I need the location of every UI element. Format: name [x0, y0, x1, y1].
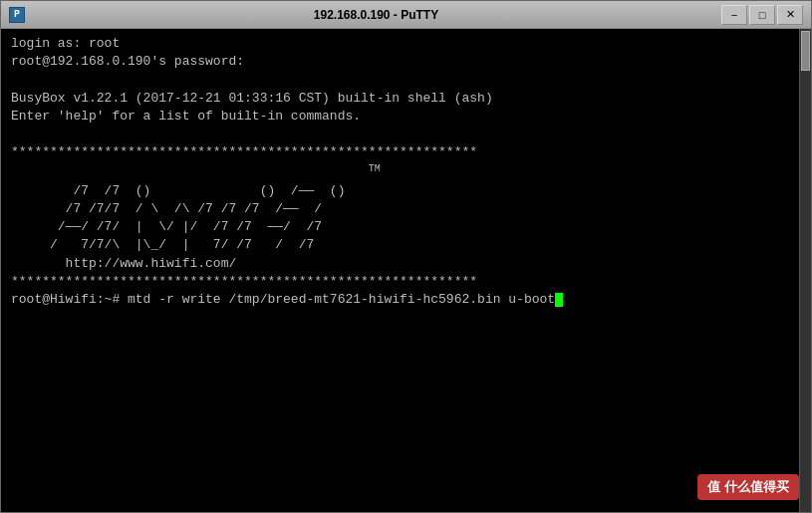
password-line: root@192.168.0.190's password:: [11, 54, 244, 69]
putty-window: P 192.168.0.190 - PuTTY − □ ✕ login as: …: [0, 0, 812, 513]
login-line: login as: root: [11, 36, 120, 51]
terminal-area[interactable]: login as: root root@192.168.0.190's pass…: [1, 29, 811, 512]
scrollbar[interactable]: [799, 29, 811, 512]
close-button[interactable]: ✕: [777, 5, 803, 25]
website-line: http://www.hiwifi.com/: [11, 256, 236, 271]
ascii-art-block: TM /7 /7 () () /—— () /7 /7/7 / \ /\ /7 …: [11, 165, 381, 253]
busybox-line: BusyBox v1.22.1 (2017-12-21 01:33:16 CST…: [11, 91, 493, 106]
stars-bottom: ****************************************…: [11, 274, 477, 289]
restore-button[interactable]: □: [749, 5, 775, 25]
window-controls: − □ ✕: [721, 5, 803, 25]
command-prompt: root@Hiwifi:~# mtd -r write /tmp/breed-m…: [11, 292, 563, 307]
window-title: 192.168.0.190 - PuTTY: [31, 8, 721, 22]
stars-top: ****************************************…: [11, 144, 477, 159]
scrollbar-thumb[interactable]: [801, 31, 810, 71]
minimize-button[interactable]: −: [721, 5, 747, 25]
titlebar: P 192.168.0.190 - PuTTY − □ ✕: [1, 1, 811, 29]
cursor-block: [555, 293, 563, 307]
watermark: 值 什么值得买: [697, 474, 799, 500]
help-line: Enter 'help' for a list of built-in comm…: [11, 109, 361, 124]
terminal-output: login as: root root@192.168.0.190's pass…: [11, 35, 801, 327]
app-icon: P: [9, 7, 25, 23]
